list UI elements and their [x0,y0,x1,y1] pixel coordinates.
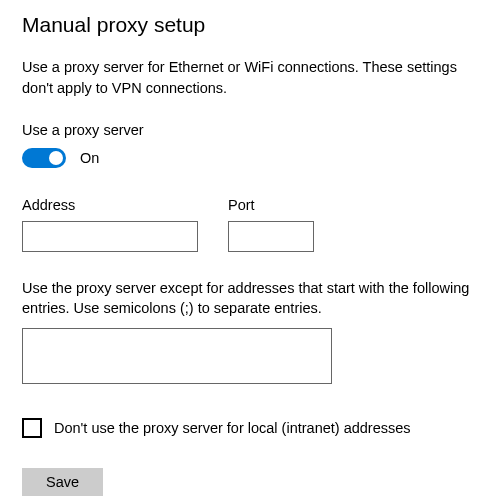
address-input[interactable] [22,221,198,252]
bypass-local-label: Don't use the proxy server for local (in… [54,418,411,438]
proxy-toggle-state: On [80,148,99,168]
proxy-toggle-label: Use a proxy server [22,120,481,140]
section-description: Use a proxy server for Ethernet or WiFi … [22,57,481,98]
exceptions-input[interactable] [22,328,332,384]
port-label: Port [228,195,314,215]
exceptions-hint: Use the proxy server except for addresse… [22,278,481,319]
proxy-toggle[interactable] [22,148,66,168]
port-input[interactable] [228,221,314,252]
section-heading: Manual proxy setup [22,10,481,39]
toggle-knob-icon [49,151,63,165]
address-label: Address [22,195,198,215]
save-button[interactable]: Save [22,468,103,496]
bypass-local-checkbox[interactable] [22,418,42,438]
